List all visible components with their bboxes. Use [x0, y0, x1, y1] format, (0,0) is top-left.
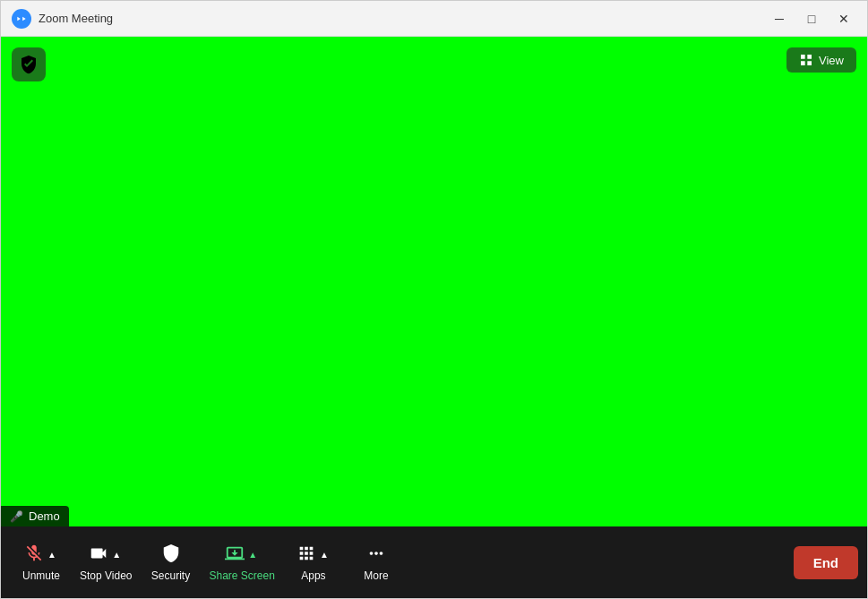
- unmute-button[interactable]: ▲ Unmute: [10, 538, 73, 587]
- share-screen-chevron[interactable]: ▲: [246, 548, 259, 561]
- window-controls: ─ □ ✕: [767, 6, 856, 31]
- maximize-button[interactable]: □: [799, 6, 824, 31]
- more-button[interactable]: More: [345, 538, 408, 587]
- security-icon: [161, 543, 181, 566]
- zoom-logo: [12, 9, 31, 29]
- apps-label: Apps: [301, 569, 325, 582]
- more-label: More: [364, 569, 388, 582]
- title-bar: Zoom Meeting ─ □ ✕: [1, 1, 867, 37]
- view-button-label: View: [819, 54, 844, 67]
- window-title: Zoom Meeting: [39, 12, 767, 25]
- end-button[interactable]: End: [794, 546, 858, 579]
- more-icon: [366, 543, 386, 566]
- unmute-chevron[interactable]: ▲: [46, 548, 58, 561]
- view-button[interactable]: View: [786, 47, 856, 73]
- apps-button[interactable]: ▲ Apps: [282, 538, 345, 587]
- minimize-button[interactable]: ─: [767, 6, 792, 31]
- security-button[interactable]: Security: [140, 538, 202, 587]
- security-label: Security: [151, 569, 190, 582]
- demo-name: Demo: [29, 509, 60, 523]
- demo-label: 🎤 Demo: [1, 506, 69, 526]
- muted-mic-icon: 🎤: [10, 510, 23, 523]
- stop-video-label: Stop Video: [80, 569, 133, 582]
- stop-video-button[interactable]: ▲ Stop Video: [73, 538, 140, 587]
- close-button[interactable]: ✕: [831, 6, 856, 31]
- microphone-muted-icon: [24, 543, 44, 566]
- share-screen-icon: [225, 543, 245, 566]
- unmute-label: Unmute: [22, 569, 60, 582]
- security-badge: [12, 47, 46, 81]
- share-screen-button[interactable]: ▲ Share Screen: [202, 538, 282, 587]
- share-screen-label: Share Screen: [210, 569, 275, 582]
- video-icon: [89, 543, 108, 566]
- apps-chevron[interactable]: ▲: [318, 548, 331, 561]
- stop-video-chevron[interactable]: ▲: [110, 548, 123, 561]
- video-area: View 🎤 Demo: [1, 37, 867, 526]
- toolbar: ▲ Unmute ▲ Stop Video: [1, 526, 867, 598]
- toolbar-items: ▲ Unmute ▲ Stop Video: [10, 538, 794, 587]
- apps-icon: [296, 543, 316, 566]
- zoom-window: Zoom Meeting ─ □ ✕ View 🎤 Demo: [0, 0, 868, 599]
